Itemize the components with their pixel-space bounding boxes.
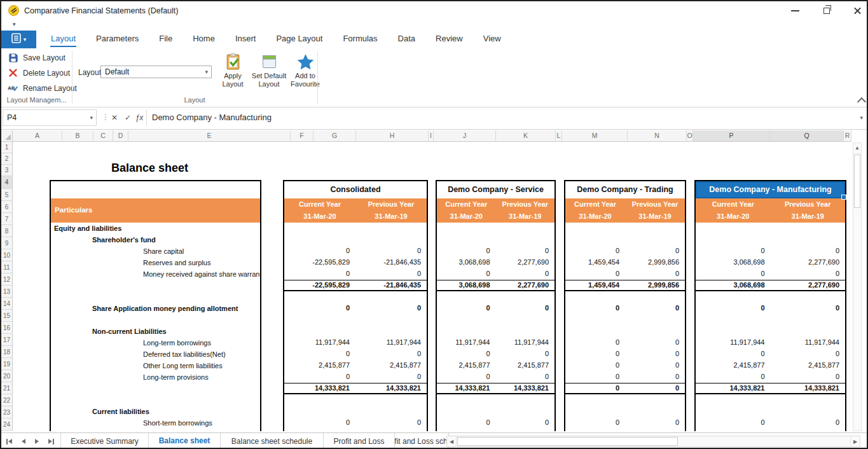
combo-dropdown-icon[interactable]: ▾: [205, 66, 208, 78]
value-cell[interactable]: 11,917,944: [496, 337, 555, 349]
value-cell[interactable]: 14,333,821: [771, 383, 846, 393]
row-header-3[interactable]: 3: [1, 165, 13, 176]
vertical-scroll-thumb[interactable]: [854, 155, 860, 208]
particulars-row[interactable]: Reserves and surplus: [51, 257, 260, 268]
row-header-20[interactable]: 20: [1, 370, 13, 382]
particulars-row[interactable]: Money received against share warrants: [51, 268, 260, 280]
value-cell[interactable]: 2,277,690: [771, 257, 846, 268]
value-cell[interactable]: 3,068,698: [437, 280, 496, 290]
value-cell[interactable]: -22,595,829: [284, 280, 355, 290]
row-header-8[interactable]: 8: [1, 225, 13, 237]
year-header-cell[interactable]: Previous Year: [625, 198, 685, 211]
value-cell[interactable]: 0: [355, 268, 427, 280]
apply-layout-button[interactable]: ApplyLayout: [216, 50, 249, 88]
row-header-7[interactable]: 7: [1, 213, 13, 225]
ribbon-tab-parameters[interactable]: Parameters: [86, 31, 149, 48]
row-header-22[interactable]: 22: [1, 394, 13, 406]
value-cell[interactable]: 3,068,698: [437, 257, 496, 268]
column-header-I[interactable]: I: [429, 130, 434, 142]
date-header-cell[interactable]: 31-Mar-19: [771, 211, 846, 223]
value-cell[interactable]: 0: [437, 268, 496, 280]
particulars-row[interactable]: [51, 383, 260, 394]
value-cell[interactable]: 0: [696, 303, 771, 314]
value-cell[interactable]: 0: [284, 245, 355, 257]
rename-layout-button[interactable]: ABRename Layout: [8, 83, 77, 93]
value-cell[interactable]: 0: [496, 417, 555, 429]
value-cell[interactable]: 0: [496, 245, 555, 257]
value-cell[interactable]: 14,333,821: [437, 383, 496, 393]
year-header-cell[interactable]: Current Year: [437, 198, 496, 211]
layout-combo[interactable]: Default ▾: [100, 66, 212, 78]
value-cell[interactable]: 1,459,454: [565, 280, 625, 290]
column-header-R[interactable]: R: [844, 130, 851, 142]
value-cell[interactable]: 14,333,821: [284, 383, 355, 393]
value-cell[interactable]: 2,415,877: [355, 360, 427, 371]
value-cell[interactable]: -21,846,435: [355, 280, 427, 290]
value-cell[interactable]: 0: [284, 268, 355, 280]
value-cell[interactable]: 0: [355, 371, 427, 383]
value-cell[interactable]: 0: [355, 349, 427, 360]
previous-sheet-button[interactable]: [22, 439, 25, 444]
group-header-demo-company-trading[interactable]: Demo Company - Trading: [565, 181, 685, 198]
formula-input[interactable]: Demo Company - Manufacturing: [152, 107, 272, 128]
value-cell[interactable]: 0: [565, 383, 625, 393]
column-header-Q[interactable]: Q: [770, 130, 844, 142]
set-default-layout-button[interactable]: Set DefaultLayout: [252, 50, 286, 88]
year-header-cell[interactable]: Previous Year: [355, 198, 427, 211]
value-cell[interactable]: 0: [496, 349, 555, 360]
value-cell[interactable]: 0: [696, 371, 771, 383]
column-header-N[interactable]: N: [628, 130, 687, 142]
particulars-row[interactable]: Share capital: [51, 245, 260, 257]
value-cell[interactable]: 11,917,944: [696, 337, 771, 349]
column-header-O[interactable]: O: [687, 130, 693, 142]
vertical-scrollbar[interactable]: ▲: [853, 142, 862, 431]
date-header-cell[interactable]: 31-Mar-20: [565, 211, 625, 223]
value-cell[interactable]: 0: [625, 349, 685, 360]
formula-bar-expand-icon[interactable]: ▾: [860, 107, 863, 128]
value-cell[interactable]: 0: [625, 360, 685, 371]
value-cell[interactable]: -22,595,829: [284, 257, 355, 268]
row-header-24[interactable]: 24: [1, 418, 13, 431]
particulars-row[interactable]: Share Application money pending allotmen…: [51, 303, 260, 314]
value-cell[interactable]: 0: [565, 371, 625, 383]
column-header-M[interactable]: M: [562, 130, 628, 142]
column-header-G[interactable]: G: [313, 130, 356, 142]
date-header-cell[interactable]: 31-Mar-19: [625, 211, 685, 223]
group-header-demo-company-manufacturing[interactable]: Demo Company - Manufacturing: [696, 181, 845, 198]
particulars-row[interactable]: Deferred tax liabilities(Net): [51, 349, 260, 360]
restore-button[interactable]: [817, 1, 836, 20]
value-cell[interactable]: 2,415,877: [771, 360, 846, 371]
value-cell[interactable]: 0: [496, 371, 555, 383]
value-cell[interactable]: -21,846,435: [355, 257, 427, 268]
value-cell[interactable]: 14,333,821: [496, 383, 555, 393]
value-cell[interactable]: 14,333,821: [696, 383, 771, 393]
enter-button[interactable]: ✓: [121, 109, 134, 126]
value-cell[interactable]: 0: [625, 371, 685, 383]
row-header-19[interactable]: 19: [1, 358, 13, 370]
value-cell[interactable]: 11,917,944: [437, 337, 496, 349]
value-cell[interactable]: 0: [625, 417, 685, 429]
file-menu-button[interactable]: ▾: [1, 31, 36, 48]
column-header-L[interactable]: L: [556, 130, 562, 142]
horizontal-scroll-thumb[interactable]: [457, 437, 678, 446]
insert-function-button[interactable]: ƒx: [133, 109, 146, 126]
ribbon-tab-home[interactable]: Home: [183, 31, 225, 48]
name-box-dropdown-icon[interactable]: ▾: [90, 110, 93, 125]
row-header-9[interactable]: 9: [1, 237, 13, 249]
year-header-cell[interactable]: Current Year: [284, 198, 355, 211]
value-cell[interactable]: 2,415,877: [496, 360, 555, 371]
value-cell[interactable]: 2,999,856: [625, 280, 685, 290]
value-cell[interactable]: 0: [565, 360, 625, 371]
sheet-tab-executive-summary[interactable]: Executive Summary: [60, 433, 148, 449]
value-cell[interactable]: 0: [437, 245, 496, 257]
particulars-row[interactable]: [51, 314, 260, 326]
row-header-10[interactable]: 10: [1, 249, 13, 261]
name-box[interactable]: P4 ▾: [3, 109, 97, 126]
value-cell[interactable]: 1,459,454: [565, 257, 625, 268]
year-header-cell[interactable]: Current Year: [696, 198, 771, 211]
save-layout-button[interactable]: Save Layout: [8, 52, 77, 63]
column-header-F[interactable]: F: [291, 130, 313, 142]
particulars-row[interactable]: [51, 280, 260, 291]
value-cell[interactable]: 0: [771, 417, 846, 429]
column-header-P[interactable]: P: [693, 130, 770, 142]
